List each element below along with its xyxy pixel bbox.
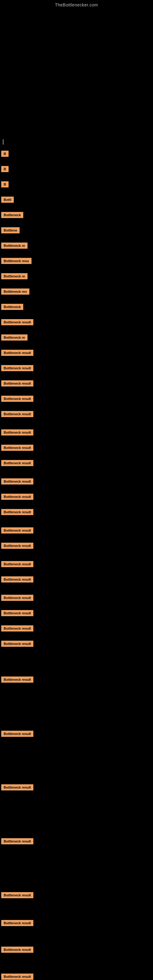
cursor-row: | <box>1 138 4 145</box>
bottleneck-result-badge[interactable]: B <box>1 151 9 157</box>
bottleneck-result-badge[interactable]: Bottleneck result <box>1 595 33 601</box>
bottleneck-result-badge[interactable]: Bottleneck result <box>1 610 33 616</box>
bottleneck-result-badge[interactable]: Bottleneck result <box>1 445 33 451</box>
bottleneck-result-badge[interactable]: Bottleneck result <box>1 365 33 371</box>
result-row: Bottleneck result <box>1 411 33 417</box>
result-row: Bottleneck result <box>1 610 33 616</box>
result-row: Bottleneck result <box>1 365 33 371</box>
bottleneck-result-badge[interactable]: B <box>1 181 9 188</box>
bottleneck-result-badge[interactable]: Bottleneck result <box>1 920 33 926</box>
bottleneck-result-badge[interactable]: Bottleneck <box>1 212 23 218</box>
result-row: Bottleneck result <box>1 838 33 844</box>
result-row: B <box>1 166 9 172</box>
result-row: Bottleneck result <box>1 396 33 402</box>
bottleneck-result-badge[interactable]: Bottleneck result <box>1 494 33 500</box>
result-row: Bottleneck result <box>1 892 33 898</box>
bottleneck-result-badge[interactable]: Bottleneck result <box>1 380 33 387</box>
results-container: | BBBBottlBottleneckBottleneBottleneck r… <box>0 10 153 980</box>
result-row: Bottleneck <box>1 212 23 218</box>
result-row: Bottleneck result <box>1 494 33 500</box>
result-row: Bottleneck result <box>1 676 33 682</box>
bottleneck-result-badge[interactable]: Bottleneck result <box>1 625 33 632</box>
result-row: Bottleneck result <box>1 731 33 737</box>
bottleneck-result-badge[interactable]: Bottleneck re <box>1 334 27 340</box>
site-title: TheBottlenecker.com <box>0 0 153 10</box>
bottleneck-result-badge[interactable]: Bottleneck result <box>1 319 33 325</box>
result-row: Bottleneck result <box>1 641 33 647</box>
bottleneck-result-badge[interactable]: Bottleneck result <box>1 641 33 647</box>
result-row: Bottleneck result <box>1 974 33 980</box>
bottleneck-result-badge[interactable]: Bottleneck result <box>1 892 33 898</box>
result-row: Bottleneck result <box>1 561 33 567</box>
bottleneck-result-badge[interactable]: Bottlene <box>1 227 19 233</box>
bottleneck-result-badge[interactable]: Bottleneck result <box>1 974 33 980</box>
bottleneck-result-badge[interactable]: Bottleneck result <box>1 576 33 582</box>
bottleneck-result-badge[interactable]: Bottleneck result <box>1 838 33 844</box>
result-row: Bottleneck res <box>1 288 29 294</box>
result-row: Bottleneck re <box>1 334 27 340</box>
bottleneck-result-badge[interactable]: Bottleneck re <box>1 273 27 279</box>
result-row: Bottleneck result <box>1 542 33 549</box>
result-row: Bottleneck result <box>1 625 33 632</box>
bottleneck-result-badge[interactable]: Bottleneck result <box>1 527 33 533</box>
bottleneck-result-badge[interactable]: Bottleneck result <box>1 509 33 515</box>
bottleneck-result-badge[interactable]: B <box>1 166 9 172</box>
result-row: Bottleneck result <box>1 445 33 451</box>
bottleneck-result-badge[interactable]: Bottleneck re <box>1 243 27 249</box>
bottleneck-result-badge[interactable]: Bottleneck result <box>1 676 33 682</box>
result-row: B <box>1 151 9 157</box>
result-row: Bottleneck result <box>1 460 33 466</box>
bottleneck-result-badge[interactable]: Bottleneck result <box>1 350 33 356</box>
result-row: Bottleneck result <box>1 380 33 387</box>
bottleneck-result-badge[interactable]: Bottl <box>1 197 14 203</box>
result-row: Bottleneck re <box>1 243 27 249</box>
bottleneck-result-badge[interactable]: Bottleneck result <box>1 396 33 402</box>
bottleneck-result-badge[interactable]: Bottleneck result <box>1 460 33 466</box>
bottleneck-result-badge[interactable]: Bottleneck res <box>1 288 29 294</box>
result-row: Bottleneck result <box>1 478 33 485</box>
bottleneck-result-badge[interactable]: Bottleneck <box>1 304 23 310</box>
bottleneck-result-badge[interactable]: Bottleneck result <box>1 784 33 791</box>
result-row: Bottleneck result <box>1 350 33 356</box>
site-header: TheBottlenecker.com <box>0 0 153 10</box>
result-row: Bottleneck re <box>1 273 27 279</box>
bottleneck-result-badge[interactable]: Bottleneck result <box>1 731 33 737</box>
bottleneck-result-badge[interactable]: Bottleneck result <box>1 478 33 485</box>
result-row: B <box>1 181 9 188</box>
result-row: Bottleneck result <box>1 430 33 436</box>
result-row: Bottleneck resu <box>1 258 32 264</box>
result-row: Bottleneck <box>1 304 23 310</box>
result-row: Bottleneck result <box>1 319 33 325</box>
result-row: Bottleneck result <box>1 947 33 953</box>
result-row: Bottleneck result <box>1 509 33 515</box>
bottleneck-result-badge[interactable]: Bottleneck result <box>1 411 33 417</box>
result-row: Bottlene <box>1 227 19 233</box>
result-row: Bottleneck result <box>1 784 33 791</box>
result-row: Bottleneck result <box>1 576 33 582</box>
bottleneck-result-badge[interactable]: Bottleneck result <box>1 542 33 549</box>
result-row: Bottleneck result <box>1 595 33 601</box>
result-row: Bottl <box>1 197 14 203</box>
bottleneck-result-badge[interactable]: Bottleneck result <box>1 430 33 436</box>
result-row: Bottleneck result <box>1 527 33 533</box>
bottleneck-result-badge[interactable]: Bottleneck result <box>1 947 33 953</box>
bottleneck-result-badge[interactable]: Bottleneck result <box>1 561 33 567</box>
cursor-symbol: | <box>2 138 4 145</box>
result-row: Bottleneck result <box>1 920 33 926</box>
bottleneck-result-badge[interactable]: Bottleneck resu <box>1 258 32 264</box>
